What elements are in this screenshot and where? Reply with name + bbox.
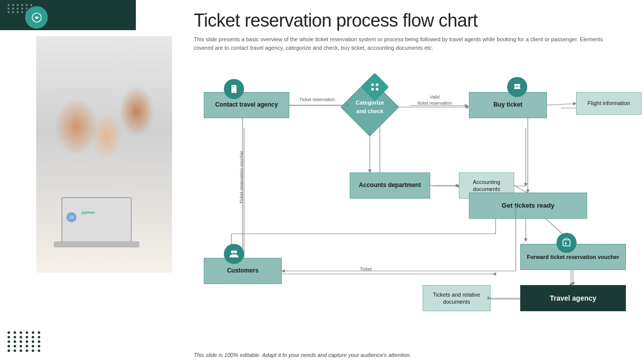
ticket-label: Ticket bbox=[360, 266, 372, 272]
svg-rect-18 bbox=[563, 240, 570, 246]
ticket-voucher-vertical-label: Ticket reservation voucher bbox=[239, 151, 244, 204]
svg-rect-13 bbox=[376, 83, 378, 86]
flight-information-box: Flight information bbox=[576, 92, 641, 115]
buy-ticket-icon bbox=[507, 77, 527, 97]
svg-rect-15 bbox=[376, 88, 378, 90]
right-panel: Ticket reservation process flow chart Th… bbox=[174, 0, 644, 362]
left-panel: JS python bbox=[0, 0, 174, 362]
contact-icon bbox=[224, 79, 244, 99]
flowchart: Contact travel agency Categorizeand chec… bbox=[194, 58, 631, 324]
travel-agency-box: Travel agency bbox=[520, 285, 626, 311]
photo-placeholder: JS python bbox=[36, 36, 172, 273]
contact-travel-agency-box: Contact travel agency bbox=[204, 92, 289, 118]
customers-box: Customers bbox=[204, 258, 282, 284]
forward-ticket-icon bbox=[556, 233, 577, 253]
valid-ticket-label: Validticket reservation bbox=[418, 95, 452, 106]
decorative-dots-bottom bbox=[8, 331, 42, 352]
svg-rect-12 bbox=[371, 83, 374, 86]
get-tickets-ready-box: Get tickets ready bbox=[469, 193, 587, 219]
photo-container: JS python bbox=[36, 36, 172, 273]
tickets-relative-box: Tickets and relative documents bbox=[423, 285, 491, 311]
slide-title: Ticket reservation process flow chart bbox=[194, 10, 629, 31]
ticket-reservation-label: Ticket reservation bbox=[299, 97, 335, 102]
svg-point-17 bbox=[234, 250, 237, 253]
bottom-note: This slide is 100% editable. Adapt it to… bbox=[194, 352, 411, 358]
accounts-department-box: Accounts department bbox=[350, 172, 430, 199]
slide-description: This slide presents a basic overview of … bbox=[194, 35, 606, 52]
svg-rect-14 bbox=[371, 88, 374, 90]
buy-ticket-box: Buy ticket bbox=[469, 92, 547, 118]
brand-circle bbox=[25, 6, 48, 29]
svg-line-25 bbox=[514, 186, 527, 193]
svg-line-22 bbox=[547, 104, 576, 105]
svg-point-16 bbox=[231, 250, 234, 253]
customers-icon bbox=[224, 244, 244, 264]
